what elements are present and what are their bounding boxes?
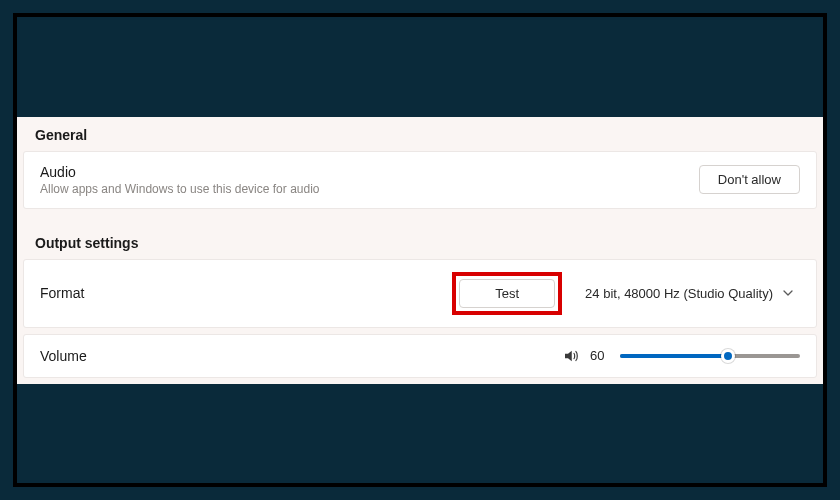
window-frame: General Audio Allow apps and Windows to …	[13, 13, 827, 487]
format-select-value: 24 bit, 48000 Hz (Studio Quality)	[585, 286, 773, 301]
settings-panel: General Audio Allow apps and Windows to …	[17, 117, 823, 384]
audio-row-text: Audio Allow apps and Windows to use this…	[40, 164, 320, 196]
chevron-down-icon	[783, 288, 793, 298]
speaker-icon	[562, 347, 580, 365]
format-row: Format Test 24 bit, 48000 Hz (Studio Qua…	[23, 259, 817, 328]
slider-thumb[interactable]	[721, 349, 735, 363]
volume-slider[interactable]	[620, 347, 800, 365]
test-button[interactable]: Test	[459, 279, 555, 308]
audio-row: Audio Allow apps and Windows to use this…	[23, 151, 817, 209]
slider-fill	[620, 354, 728, 358]
format-title: Format	[40, 285, 84, 301]
test-button-highlight: Test	[452, 272, 562, 315]
volume-row: Volume 60	[23, 334, 817, 378]
audio-subtitle: Allow apps and Windows to use this devic…	[40, 182, 320, 196]
audio-title: Audio	[40, 164, 320, 180]
dont-allow-button[interactable]: Don't allow	[699, 165, 800, 194]
volume-value: 60	[590, 348, 610, 363]
section-header-general: General	[17, 117, 823, 151]
section-header-output: Output settings	[17, 225, 823, 259]
format-select[interactable]: 24 bit, 48000 Hz (Studio Quality)	[574, 279, 800, 308]
volume-title: Volume	[40, 348, 87, 364]
